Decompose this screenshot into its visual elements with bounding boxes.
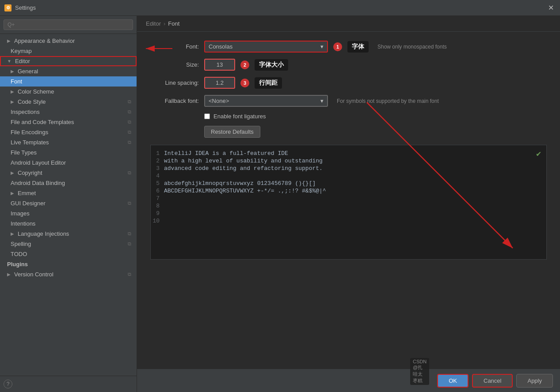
sidebar-item-intentions[interactable]: Intentions [0,219,137,229]
arrow-icon: ▶ [11,191,14,196]
copy-icon: ⧉ [128,119,131,125]
sidebar-item-appearance[interactable]: ▶ Appearance & Behavior [0,36,137,46]
help-button[interactable]: ? [4,380,12,388]
sidebar-item-language-injections[interactable]: ▶ Language Injections ⧉ [0,229,137,239]
breadcrumb-separator: › [164,20,165,27]
line-number: 8 [151,203,164,209]
sidebar-item-file-encodings[interactable]: File Encodings ⧉ [0,127,137,137]
preview-line-2: 2 with a high level of usability and out… [151,157,546,165]
sidebar-item-label: Font [11,78,22,85]
nav-tree: ▶ Appearance & Behavior Keymap ▼ Editor … [0,34,137,376]
sidebar-item-label: Android Layout Editor [11,159,66,166]
copy-icon: ⧉ [128,231,131,237]
ok-button[interactable]: OK [437,374,469,388]
preview-line-9: 9 [151,210,546,217]
search-input[interactable] [4,19,133,30]
dropdown-arrow: ▾ [320,98,324,104]
fallback-dropdown[interactable]: <None> ▾ [204,95,328,107]
line-number: 3 [151,165,164,172]
copy-icon: ⧉ [128,271,131,277]
sidebar-item-code-style[interactable]: ▶ Code Style ⧉ [0,97,137,107]
sidebar-item-color-scheme[interactable]: ▶ Color Scheme [0,87,137,97]
copy-icon: ⧉ [128,241,131,247]
line-content: ABCDEFGHIJKLMNOPQRSTUVWXYZ +-*/= .,;:!? … [164,188,326,194]
arrow-icon: ▶ [7,38,11,43]
copy-icon: ⧉ [128,200,131,206]
font-row: Font: Consolas ▾ 1 字体 Show only monospac… [150,41,547,53]
sidebar-item-label: Android Data Binding [11,180,65,186]
sidebar-item-file-code-templates[interactable]: File and Code Templates ⧉ [0,117,137,127]
preview-area: ✔ 1 IntelliJ IDEA is a full-featured IDE… [150,145,547,260]
copy-icon: ⧉ [128,139,131,145]
fallback-hint: For symbols not supported by the main fo… [337,98,439,104]
title-bar: ⚙ Settings ✕ [0,0,560,16]
sidebar-item-android-layout[interactable]: Android Layout Editor [0,158,137,168]
preview-line-3: 3 advanced code editing and refactoring … [151,165,546,172]
sidebar-item-label: Appearance & Behavior [14,38,75,44]
checkmark-icon: ✔ [536,149,541,158]
sidebar-item-version-control[interactable]: ▶ Version Control ⧉ [0,269,137,279]
cancel-button[interactable]: Cancel [472,374,513,388]
size-label: Size: [150,61,199,68]
sidebar-item-font[interactable]: Font [0,76,137,87]
sidebar-item-emmet[interactable]: ▶ Emmet [0,188,137,198]
sidebar-item-inspections[interactable]: Inspections ⧉ [0,107,137,117]
ligatures-label: Enable font ligatures [213,113,266,120]
line-number: 5 [151,180,164,187]
sidebar-item-spelling[interactable]: Spelling ⧉ [0,239,137,249]
arrow-icon: ▶ [11,89,14,94]
font-dropdown[interactable]: Consolas ▾ [204,41,328,53]
sidebar-item-label: Images [11,210,30,217]
sidebar-item-label: File and Code Templates [11,119,74,125]
sidebar: ▶ Appearance & Behavior Keymap ▼ Editor … [0,16,137,392]
line-spacing-label: Line spacing: [150,79,199,86]
fallback-row: Fallback font: <None> ▾ For symbols not … [150,95,547,107]
sidebar-item-label: File Encodings [11,129,48,136]
sidebar-item-copyright[interactable]: ▶ Copyright ⧉ [0,168,137,178]
sidebar-item-label: Language Injections [18,230,69,237]
copy-icon: ⧉ [128,99,131,105]
sidebar-item-images[interactable]: Images [0,208,137,219]
settings-content: Font: Consolas ▾ 1 字体 Show only monospac… [137,32,560,369]
fallback-value: <None> [209,98,229,104]
content-wrapper: Editor › Font Font: Consolas ▾ 1 字体 [137,16,560,392]
sidebar-section-label: Plugins [7,261,28,268]
sidebar-item-general[interactable]: ▶ General [0,66,137,76]
breadcrumb-parent: Editor [146,20,161,27]
watermark-text: CSDN @扎哇太枣糕 [410,358,429,385]
font-dropdown-wrapper: Consolas ▾ [204,41,328,53]
size-input[interactable] [204,59,235,71]
breadcrumb-current: Font [168,20,179,27]
sidebar-item-keymap[interactable]: Keymap [0,46,137,56]
arrow-icon: ▶ [11,231,14,236]
arrow-icon: ▼ [7,59,11,64]
fallback-label: Fallback font: [150,98,199,104]
sidebar-item-editor[interactable]: ▼ Editor [0,56,137,66]
line-spacing-row: Line spacing: 3 行间距 [150,77,547,89]
line-content: with a high level of usability and outst… [164,158,323,164]
close-button[interactable]: ✕ [546,4,556,12]
sidebar-section-plugins: Plugins [0,259,137,269]
sidebar-item-label: Editor [15,58,30,64]
sidebar-item-label: GUI Designer [11,200,46,207]
line-number: 9 [151,210,164,217]
apply-button[interactable]: Apply [516,374,553,388]
sidebar-item-todo[interactable]: TODO [0,249,137,259]
ligatures-checkbox[interactable] [204,113,210,119]
bottom-bar: CSDN @扎哇太枣糕 OK Cancel Apply [137,369,560,392]
sidebar-item-label: Emmet [18,190,36,196]
font-hint: Show only monospaced fonts [377,44,447,50]
line-spacing-input[interactable] [204,77,235,89]
sidebar-item-gui-designer[interactable]: GUI Designer ⧉ [0,198,137,208]
sidebar-item-live-templates[interactable]: Live Templates ⧉ [0,137,137,147]
content-area: Editor › Font Font: Consolas ▾ 1 字体 [137,16,560,369]
sidebar-item-label: Keymap [11,48,32,54]
arrow-icon: ▶ [11,99,14,104]
sidebar-item-file-types[interactable]: File Types [0,147,137,158]
annotation-badge-1: 1 [333,42,342,51]
arrow-icon: ▶ [11,170,14,175]
restore-defaults-button[interactable]: Restore Defaults [204,126,260,138]
font-tooltip: 字体 [347,41,369,53]
font-label: Font: [150,43,199,50]
sidebar-item-android-data[interactable]: Android Data Binding [0,178,137,188]
